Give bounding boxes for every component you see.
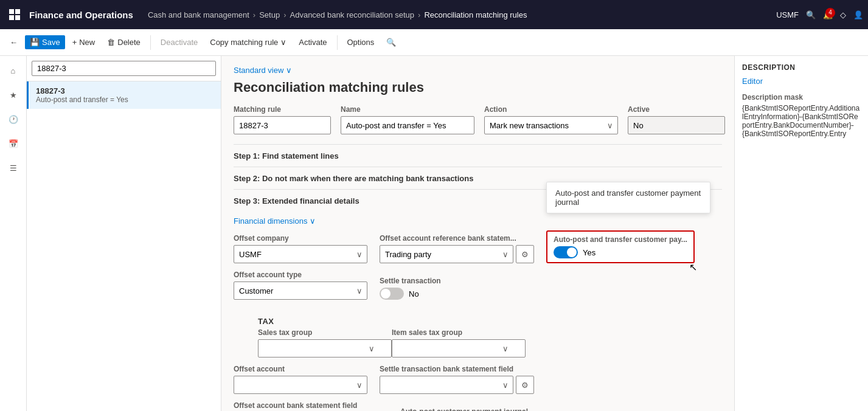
offset-account-type-wrapper: Customer ∨ [234, 281, 367, 300]
offset-account-ref-wrapper: Trading party ∨ ⚙ [380, 245, 534, 263]
offset-account-field: Offset account ∨ [234, 365, 367, 394]
settle-tx-bank-select[interactable] [380, 376, 513, 394]
name-field: Name [341, 105, 474, 134]
plus-icon: + [72, 38, 77, 47]
cursor-indicator: ↖ [689, 261, 697, 273]
options-button[interactable]: Options [342, 35, 380, 49]
settle-toggle-wrapper: No [380, 288, 441, 300]
list-search-input[interactable] [32, 61, 216, 76]
auto-post-customer-label: Auto-post customer payment journal [400, 407, 528, 411]
item-sales-tax-label: Item sales tax group [392, 328, 513, 337]
breadcrumb-current: Reconciliation matching rules [424, 10, 527, 19]
sidebar-recent-icon[interactable]: 🕐 [4, 109, 23, 129]
activate-button[interactable]: Activate [294, 35, 332, 49]
description-title: DESCRIPTION [742, 63, 861, 72]
active-label: Active [628, 105, 725, 114]
settle-tx-gear-button[interactable]: ⚙ [516, 376, 534, 394]
settle-transaction-value: No [409, 289, 419, 299]
offset-account-bank-field: Offset account bank statement field ∨ ⚙ [234, 401, 388, 411]
settings-nav-icon[interactable]: ◇ [840, 10, 846, 19]
form-row-4: Offset account bank statement field ∨ ⚙ … [234, 401, 722, 411]
tax-title: TAX [258, 312, 513, 328]
sidebar-home-icon[interactable]: ⌂ [4, 61, 23, 80]
svg-rect-2 [9, 15, 14, 20]
gear-icon-1: ⚙ [521, 250, 529, 259]
main-toolbar: ← 💾 Save + New 🗑 Delete Deactivate Copy … [0, 29, 868, 56]
financial-dimensions-link[interactable]: Financial dimensions ∨ [234, 212, 722, 230]
settle-transaction-label: Settle transaction [380, 277, 441, 285]
sales-tax-group-select[interactable] [258, 339, 392, 357]
auto-post-value: Yes [583, 248, 595, 257]
save-button[interactable]: 💾 Save [25, 35, 65, 49]
toolbar-search-button[interactable]: 🔍 [381, 35, 401, 49]
sidebar-calendar-icon[interactable]: 📅 [4, 134, 23, 153]
toolbar-sep-2 [337, 35, 338, 50]
copy-matching-rule-button[interactable]: Copy matching rule ∨ [205, 35, 291, 49]
name-label: Name [341, 105, 474, 114]
auto-post-field: Auto-post and transfer customer pay... Y… [546, 230, 695, 263]
view-selector[interactable]: Standard view ∨ [234, 66, 722, 75]
search-nav-icon[interactable]: 🔍 [806, 10, 816, 19]
settle-transaction-toggle[interactable] [380, 288, 404, 300]
offset-account-ref-label: Offset account reference bank statem... [380, 234, 534, 243]
action-select[interactable]: Mark new transactions [484, 116, 618, 134]
offset-account-ref-select[interactable]: Trading party [380, 245, 513, 263]
offset-company-wrapper: USMF ∨ [234, 245, 367, 263]
app-grid-button[interactable] [5, 5, 24, 24]
back-button[interactable]: ← [5, 35, 23, 49]
matching-rule-field: Matching rule [234, 105, 331, 134]
offset-account-ref-field: Offset account reference bank statem... … [380, 234, 534, 263]
user-nav-icon[interactable]: 👤 [853, 10, 863, 19]
description-mask-label: Description mask [742, 93, 861, 102]
auto-post-customer-field: Auto-post customer payment journal No [400, 407, 528, 411]
breadcrumb-chevron-1: › [253, 10, 255, 19]
description-mask-value: {BankStmtISOReportEntry.AdditionalEntryI… [742, 104, 861, 138]
svg-rect-0 [9, 9, 14, 14]
matching-rule-label: Matching rule [234, 105, 331, 114]
step1-section: Step 1: Find statement lines [234, 144, 722, 167]
auto-post-container: Auto-post and transfer customer payment … [546, 230, 695, 263]
name-input[interactable] [341, 116, 474, 134]
offset-company-label: Offset company [234, 234, 367, 243]
list-panel: 18827-3 Auto-post and transfer = Yes [27, 56, 221, 411]
list-item-subtitle: Auto-post and transfer = Yes [36, 95, 214, 104]
offset-company-select[interactable]: USMF [234, 245, 367, 263]
auto-post-toggle-thumb [567, 247, 577, 257]
back-icon: ← [10, 38, 18, 47]
breadcrumb-advanced[interactable]: Advanced bank reconciliation setup [290, 10, 415, 19]
action-label: Action [484, 105, 618, 114]
settle-transaction-field: Settle transaction No [380, 277, 441, 300]
editor-link[interactable]: Editor [742, 77, 861, 86]
notification-bell-icon[interactable]: 🔔 4 [823, 10, 833, 19]
breadcrumb-cash[interactable]: Cash and bank management [148, 10, 249, 19]
item-sales-tax-select[interactable] [392, 339, 526, 357]
offset-account-ref-gear-button[interactable]: ⚙ [516, 245, 534, 263]
list-search-container [27, 56, 221, 81]
matching-rule-input[interactable] [234, 116, 331, 134]
offset-account-select[interactable] [234, 376, 367, 394]
tax-grid: Sales tax group ∨ Item sales tax group [258, 328, 513, 357]
breadcrumb-setup[interactable]: Setup [259, 10, 280, 19]
settle-toggle-thumb [381, 289, 391, 299]
new-button[interactable]: + New [68, 35, 100, 49]
item-sales-tax-wrapper: ∨ [392, 339, 513, 357]
settle-tx-bank-label: Settle transaction bank statement field [380, 365, 534, 373]
list-item-18827-3[interactable]: 18827-3 Auto-post and transfer = Yes [27, 81, 221, 109]
auto-post-toggle-wrapper: Yes [554, 246, 687, 258]
auto-post-toggle[interactable] [554, 246, 578, 258]
top-nav-bar: Finance and Operations Cash and bank man… [0, 0, 868, 29]
sales-tax-group-field: Sales tax group ∨ [258, 328, 380, 357]
offset-account-type-select[interactable]: Customer [234, 281, 367, 300]
deactivate-button[interactable]: Deactivate [156, 35, 203, 49]
sidebar-list-icon[interactable]: ☰ [4, 158, 23, 178]
delete-button[interactable]: 🗑 Delete [102, 35, 145, 49]
notification-count: 4 [825, 8, 835, 18]
company-label: USMF [776, 10, 799, 19]
offset-account-type-field: Offset account type Customer ∨ [234, 271, 367, 300]
auto-post-label: Auto-post and transfer customer pay... [554, 235, 687, 244]
tax-section: TAX Sales tax group ∨ Item sales tax gro… [258, 312, 513, 357]
layout-container: ⌂ ★ 🕐 📅 ☰ 18827-3 Auto-post and transfer… [0, 56, 868, 411]
sales-tax-wrapper: ∨ [258, 339, 380, 357]
settle-tx-bank-field: Settle transaction bank statement field … [380, 365, 534, 394]
sidebar-favorite-icon[interactable]: ★ [4, 85, 23, 105]
